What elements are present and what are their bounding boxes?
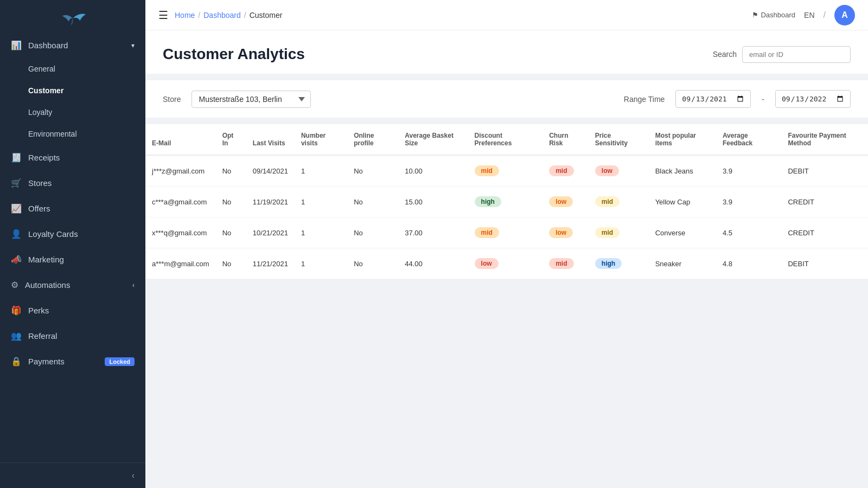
cell-last-visits: 09/14/2021 <box>246 155 295 187</box>
sidebar-item-stores[interactable]: 🛒 Stores <box>0 170 145 196</box>
badge: low <box>549 227 573 238</box>
date-separator: - <box>762 95 764 104</box>
page-title: Customer Analytics <box>163 46 305 63</box>
language-selector[interactable]: EN <box>804 11 814 20</box>
badge: low <box>475 258 499 269</box>
cell-email: a***m@gmail.com <box>145 248 216 279</box>
dashboard-icon: 📊 <box>11 40 22 50</box>
stores-icon: 🛒 <box>11 178 22 188</box>
cell-discount-pref: low <box>468 248 543 279</box>
cell-opt-in: No <box>216 217 246 248</box>
col-popular-items: Most popular items <box>649 124 716 155</box>
cell-churn-risk: mid <box>542 155 589 187</box>
cell-num-visits: 1 <box>295 155 347 187</box>
cell-opt-in: No <box>216 187 246 217</box>
store-label: Store <box>163 95 181 104</box>
cell-price-sensitivity: mid <box>589 187 649 217</box>
breadcrumb-sep-1: / <box>198 11 200 20</box>
table-row[interactable]: c***a@gmail.comNo11/19/20211No15.00highl… <box>145 187 868 217</box>
sidebar: 📊 Dashboard ▾ General Customer Loyalty E… <box>0 0 145 488</box>
cell-last-visits: 11/21/2021 <box>246 248 295 279</box>
sidebar-collapse-button[interactable]: ‹ <box>0 463 145 488</box>
cell-popular-items: Sneaker <box>649 248 716 279</box>
table-row[interactable]: j***z@gmail.comNo09/14/20211No10.00midmi… <box>145 155 868 187</box>
sidebar-marketing-label: Marketing <box>28 255 64 264</box>
badge: low <box>595 165 619 176</box>
sidebar-item-customer[interactable]: Customer <box>0 80 145 101</box>
table-row[interactable]: x***q@gmail.comNo10/21/20211No37.00midlo… <box>145 217 868 248</box>
sidebar-item-marketing[interactable]: 📣 Marketing <box>0 247 145 272</box>
sidebar-item-general[interactable]: General <box>0 58 145 80</box>
cell-email: x***q@gmail.com <box>145 217 216 248</box>
cell-last-visits: 10/21/2021 <box>246 217 295 248</box>
cell-popular-items: Converse <box>649 217 716 248</box>
chevron-left-icon: ‹ <box>132 471 135 480</box>
hamburger-menu-icon[interactable]: ☰ <box>158 9 168 22</box>
cell-payment-method: CREDIT <box>781 217 868 248</box>
perks-icon: 🎁 <box>11 305 22 316</box>
topbar: ☰ Home / Dashboard / Customer ⚑ Dashboar… <box>145 0 868 30</box>
col-discount-pref: Discount Preferences <box>468 124 543 155</box>
col-num-visits: Number visits <box>295 124 347 155</box>
table-wrapper: E-Mail Opt In Last Visits Number visits … <box>145 124 868 279</box>
offers-icon: 📈 <box>11 203 22 214</box>
table-row[interactable]: a***m@gmail.comNo11/21/20211No44.00lowmi… <box>145 248 868 279</box>
sidebar-item-perks[interactable]: 🎁 Perks <box>0 298 145 323</box>
sidebar-stores-label: Stores <box>28 178 52 188</box>
content-area: Customer Analytics Search Store Musterst… <box>145 30 868 488</box>
store-select[interactable]: Musterstraße 103, Berlin <box>192 91 311 108</box>
dashboard-shortcut-label: Dashboard <box>761 11 795 19</box>
col-churn-risk: Churn Risk <box>542 124 589 155</box>
badge: low <box>549 196 573 207</box>
automations-icon: ⚙ <box>11 280 18 290</box>
badge: high <box>595 258 622 269</box>
cell-payment-method: CREDIT <box>781 187 868 217</box>
locked-badge: Locked <box>105 357 135 366</box>
sidebar-item-receipts[interactable]: 🧾 Receipts <box>0 145 145 170</box>
badge: mid <box>595 227 620 238</box>
cell-email: c***a@gmail.com <box>145 187 216 217</box>
sidebar-item-loyalty[interactable]: Loyalty <box>0 101 145 123</box>
breadcrumb-dashboard[interactable]: Dashboard <box>203 11 241 20</box>
sidebar-item-offers[interactable]: 📈 Offers <box>0 196 145 221</box>
avatar[interactable]: A <box>834 5 855 25</box>
search-input[interactable] <box>742 46 851 63</box>
sidebar-item-environmental[interactable]: Environmental <box>0 123 145 145</box>
badge: mid <box>549 258 573 269</box>
marketing-icon: 📣 <box>11 254 22 265</box>
main-content: ☰ Home / Dashboard / Customer ⚑ Dashboar… <box>145 0 868 488</box>
referral-icon: 👥 <box>11 331 22 341</box>
col-payment-method: Favourite Payment Method <box>781 124 868 155</box>
cell-price-sensitivity: low <box>589 155 649 187</box>
date-to-input[interactable] <box>775 90 851 108</box>
search-label: Search <box>713 50 737 59</box>
sidebar-item-referral[interactable]: 👥 Referral <box>0 323 145 349</box>
sidebar-item-loyalty-cards[interactable]: 👤 Loyalty Cards <box>0 221 145 247</box>
logo-icon <box>56 9 89 28</box>
sidebar-receipts-label: Receipts <box>28 153 60 162</box>
sidebar-item-payments[interactable]: 🔒 Payments Locked <box>0 349 145 374</box>
col-last-visits: Last Visits <box>246 124 295 155</box>
cell-discount-pref: high <box>468 187 543 217</box>
dashboard-shortcut[interactable]: ⚑ Dashboard <box>752 11 795 19</box>
date-from-input[interactable] <box>675 90 751 108</box>
badge: mid <box>549 165 573 176</box>
cell-opt-in: No <box>216 248 246 279</box>
sidebar-logo <box>0 0 145 33</box>
loyalty-cards-icon: 👤 <box>11 229 22 239</box>
cell-last-visits: 11/19/2021 <box>246 187 295 217</box>
breadcrumb-home[interactable]: Home <box>175 11 195 20</box>
search-area: Search <box>713 46 851 63</box>
range-time-label: Range Time <box>624 95 665 104</box>
cell-online-profile: No <box>347 248 398 279</box>
cell-churn-risk: mid <box>542 248 589 279</box>
col-email: E-Mail <box>145 124 216 155</box>
cell-avg-feedback: 4.8 <box>716 248 782 279</box>
cell-discount-pref: mid <box>468 217 543 248</box>
sidebar-item-automations[interactable]: ⚙ Automations ‹ <box>0 272 145 298</box>
chevron-left-icon: ‹ <box>132 281 135 289</box>
dashboard-shortcut-icon: ⚑ <box>752 11 758 19</box>
sidebar-item-dashboard[interactable]: 📊 Dashboard ▾ <box>0 33 145 58</box>
cell-payment-method: DEBIT <box>781 248 868 279</box>
cell-avg-basket: 15.00 <box>398 187 468 217</box>
